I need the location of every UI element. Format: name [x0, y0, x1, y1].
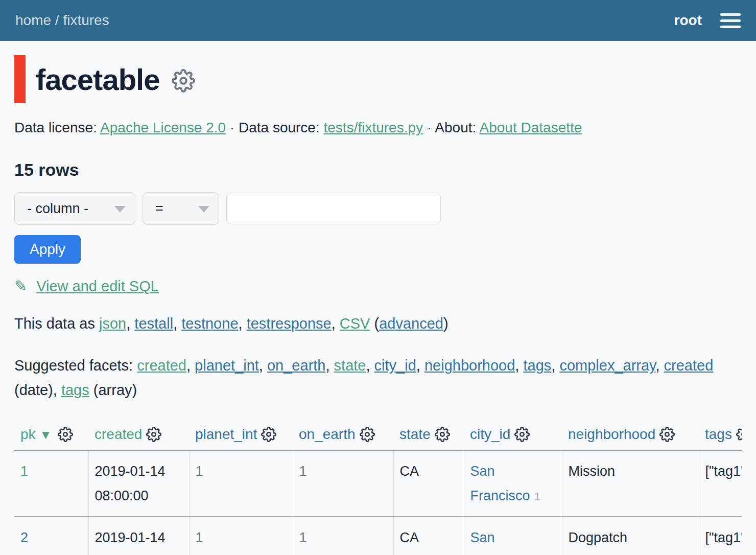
facet-link-planet_int[interactable]: planet_int [195, 357, 259, 374]
title-accent-bar [14, 55, 26, 103]
table-cell-created: 2019-01-14 08:00:00 [88, 517, 189, 555]
cell-value: CA [400, 530, 419, 545]
export-link-testnone[interactable]: testnone [181, 315, 238, 332]
table-cell-on_earth: 1 [293, 517, 393, 555]
export-link-json[interactable]: json [99, 315, 126, 332]
chevron-down-icon [114, 206, 126, 213]
export-link-testresponse[interactable]: testresponse [247, 315, 332, 332]
source-link[interactable]: tests/fixtures.py [324, 120, 423, 135]
column-sort-link-pk[interactable]: pk [20, 426, 36, 442]
table-cell-planet_int: 1 [189, 517, 293, 555]
row-count-heading: 15 rows [14, 160, 742, 180]
cell-value: 2019-01-14 08:00:00 [95, 530, 166, 555]
facet-link-on_earth[interactable]: on_earth [267, 357, 326, 374]
export-link-advanced[interactable]: advanced [379, 315, 443, 332]
breadcrumb-current-link[interactable]: fixtures [63, 12, 109, 28]
cell-raw-value: 1 [534, 490, 540, 503]
column-header-city_id: city_id [464, 423, 562, 450]
column-sort-link-created[interactable]: created [94, 426, 142, 442]
table-header-row: pk▼createdplanet_inton_earthstatecity_id… [14, 423, 742, 450]
column-header-tags: tags [699, 423, 742, 450]
metadata-line: Data license: Apache License 2.0 · Data … [14, 118, 742, 137]
facet-link-state[interactable]: state [334, 357, 366, 374]
table-cell-neighborhood: Dogpatch [562, 517, 699, 555]
column-header-pk: pk▼ [14, 423, 88, 450]
column-menu-gear-icon[interactable] [435, 427, 450, 442]
column-sort-link-city_id[interactable]: city_id [470, 426, 510, 442]
column-menu-gear-icon[interactable] [146, 427, 161, 442]
about-label: About: [435, 120, 476, 135]
table-cell-tags: ["tag1", "tag2"] [699, 450, 742, 517]
cell-value: ["tag1", "tag2"] [705, 464, 742, 479]
chevron-down-icon [198, 206, 209, 213]
operator-select[interactable]: = [143, 192, 219, 225]
dot-separator: · [230, 120, 234, 135]
export-link-csv[interactable]: CSV [340, 315, 370, 332]
column-select-value: - column - [27, 201, 88, 217]
facet-link-tags--array-[interactable]: tags [61, 382, 89, 398]
column-sort-link-on_earth[interactable]: on_earth [299, 426, 356, 442]
cell-link[interactable]: 2 [20, 530, 28, 545]
table-cell-created: 2019-01-14 08:00:00 [88, 450, 189, 517]
suggested-facets-line: Suggested facets: created, planet_int, o… [14, 354, 742, 403]
apply-button[interactable]: Apply [14, 235, 81, 264]
dot-separator: · [427, 120, 432, 135]
license-link[interactable]: Apache License 2.0 [100, 120, 226, 135]
cell-value: 1 [196, 530, 203, 545]
column-select[interactable]: - column - [14, 192, 135, 225]
column-sort-link-neighborhood[interactable]: neighborhood [568, 426, 655, 442]
table-cell-pk: 1 [14, 450, 88, 517]
facet-link-complex_array[interactable]: complex_array [559, 357, 655, 374]
column-menu-gear-icon[interactable] [58, 427, 73, 442]
column-menu-gear-icon[interactable] [360, 427, 375, 442]
table-cell-on_earth: 1 [293, 450, 393, 517]
navbar-right: root [674, 12, 741, 29]
about-link[interactable]: About Datasette [480, 120, 582, 135]
cell-link[interactable]: San Francisco [470, 530, 530, 555]
filter-value-input[interactable] [226, 193, 441, 224]
cell-value: 2019-01-14 08:00:00 [95, 464, 166, 503]
cell-value: ["tag1", "tag3"] [705, 530, 742, 545]
table-cell-city_id: San Francisco1 [464, 450, 562, 517]
main-content: facetable Data license: Apache License 2… [0, 41, 756, 555]
facet-link-created[interactable]: created [137, 357, 186, 374]
breadcrumb-home-link[interactable]: home [15, 12, 51, 28]
license-label: Data license: [14, 120, 97, 135]
operator-select-value: = [155, 201, 163, 217]
cell-link[interactable]: San Francisco [470, 464, 530, 503]
facet-link-neighborhood[interactable]: neighborhood [424, 357, 515, 374]
cell-value: 1 [299, 530, 307, 545]
hamburger-menu-icon[interactable] [720, 13, 741, 28]
table-settings-gear-icon[interactable] [172, 69, 195, 92]
cell-value: CA [400, 464, 419, 479]
column-sort-link-tags[interactable]: tags [705, 426, 732, 442]
column-menu-gear-icon[interactable] [261, 427, 276, 442]
cell-value: 1 [299, 464, 307, 479]
view-edit-sql-link[interactable]: View and edit SQL [36, 278, 159, 294]
user-menu-link[interactable]: root [674, 12, 702, 29]
sort-desc-icon: ▼ [40, 428, 52, 442]
table-cell-planet_int: 1 [189, 450, 293, 517]
export-link-testall[interactable]: testall [134, 315, 173, 332]
column-menu-gear-icon[interactable] [514, 427, 530, 442]
column-header-on_earth: on_earth [293, 423, 393, 450]
column-menu-gear-icon[interactable] [736, 427, 742, 442]
table-cell-city_id: San Francisco1 [464, 517, 562, 555]
column-sort-link-planet_int[interactable]: planet_int [195, 426, 257, 442]
column-header-planet_int: planet_int [189, 423, 293, 450]
facet-link-city_id[interactable]: city_id [374, 357, 416, 374]
column-header-state: state [393, 423, 464, 450]
table-cell-state: CA [393, 517, 464, 555]
cell-value: Dogpatch [569, 530, 628, 545]
facet-link-created--date-[interactable]: created [664, 357, 714, 374]
cell-value: 1 [196, 464, 203, 479]
data-table: pk▼createdplanet_inton_earthstatecity_id… [14, 423, 742, 555]
table-cell-tags: ["tag1", "tag3"] [699, 517, 742, 555]
cell-link[interactable]: 1 [20, 464, 28, 479]
column-sort-link-state[interactable]: state [399, 426, 431, 442]
table-cell-neighborhood: Mission [562, 450, 699, 517]
column-menu-gear-icon[interactable] [659, 427, 675, 442]
facet-link-tags[interactable]: tags [523, 357, 551, 374]
source-label: Data source: [239, 120, 320, 135]
pencil-icon: ✎ [14, 278, 27, 294]
